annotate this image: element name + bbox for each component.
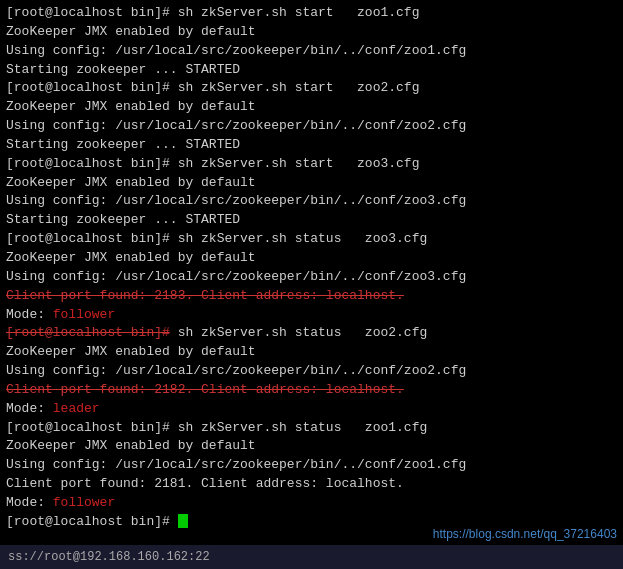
line-12: Starting zookeeper ... STARTED xyxy=(6,211,617,230)
line-1: [root@localhost bin]# sh zkServer.sh sta… xyxy=(6,4,617,23)
line-16: Client port found: 2183. Client address:… xyxy=(6,287,617,306)
line-15: Using config: /usr/local/src/zookeeper/b… xyxy=(6,268,617,287)
line-22-mode-leader: Mode: leader xyxy=(6,400,617,419)
line-27-mode-follower2: Mode: follower xyxy=(6,494,617,513)
line-10: ZooKeeper JMX enabled by default xyxy=(6,174,617,193)
line-26: Client port found: 2181. Client address:… xyxy=(6,475,617,494)
statusbar-connection: ss://root@192.168.160.162:22 xyxy=(8,550,210,564)
line-13: [root@localhost bin]# sh zkServer.sh sta… xyxy=(6,230,617,249)
line-4: Starting zookeeper ... STARTED xyxy=(6,61,617,80)
line-14: ZooKeeper JMX enabled by default xyxy=(6,249,617,268)
line-24: ZooKeeper JMX enabled by default xyxy=(6,437,617,456)
line-9: [root@localhost bin]# sh zkServer.sh sta… xyxy=(6,155,617,174)
line-25: Using config: /usr/local/src/zookeeper/b… xyxy=(6,456,617,475)
line-11: Using config: /usr/local/src/zookeeper/b… xyxy=(6,192,617,211)
line-20: Using config: /usr/local/src/zookeeper/b… xyxy=(6,362,617,381)
line-21: Client port found: 2182. Client address:… xyxy=(6,381,617,400)
terminal: [root@localhost bin]# sh zkServer.sh sta… xyxy=(0,0,623,545)
watermark: https://blog.csdn.net/qq_37216403 xyxy=(433,527,617,541)
line-6: ZooKeeper JMX enabled by default xyxy=(6,98,617,117)
line-17-mode-follower: Mode: follower xyxy=(6,306,617,325)
line-19: ZooKeeper JMX enabled by default xyxy=(6,343,617,362)
line-18: [root@localhost bin]# sh zkServer.sh sta… xyxy=(6,324,617,343)
line-8: Starting zookeeper ... STARTED xyxy=(6,136,617,155)
line-2: ZooKeeper JMX enabled by default xyxy=(6,23,617,42)
cursor-block xyxy=(178,514,188,528)
statusbar: ss://root@192.168.160.162:22 xyxy=(0,545,623,569)
line-7: Using config: /usr/local/src/zookeeper/b… xyxy=(6,117,617,136)
line-3: Using config: /usr/local/src/zookeeper/b… xyxy=(6,42,617,61)
line-23: [root@localhost bin]# sh zkServer.sh sta… xyxy=(6,419,617,438)
line-5: [root@localhost bin]# sh zkServer.sh sta… xyxy=(6,79,617,98)
